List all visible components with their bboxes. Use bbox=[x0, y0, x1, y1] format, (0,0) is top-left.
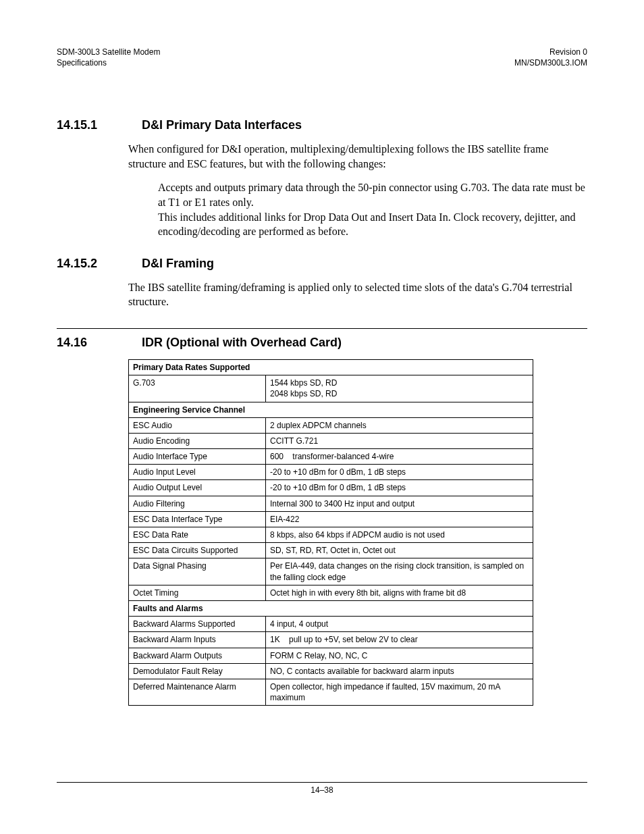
page: SDM-300L3 Satellite Modem Specifications… bbox=[0, 0, 644, 834]
value-line: 2048 kbps SD, RD bbox=[270, 388, 529, 399]
value-line: 1544 kbps SD, RD bbox=[270, 377, 529, 388]
table-cell-label: ESC Data Interface Type bbox=[129, 511, 266, 527]
page-number: 14–38 bbox=[57, 785, 587, 795]
section-rule bbox=[57, 328, 587, 329]
table-cell-value: 4 input, 4 output bbox=[266, 617, 533, 632]
header-right-line2: MN/SDM300L3.IOM bbox=[514, 58, 587, 69]
paragraph: This includes additional links for Drop … bbox=[158, 210, 587, 239]
table-cell-label: Audio Filtering bbox=[129, 496, 266, 511]
table-cell-label: Audio Interface Type bbox=[129, 449, 266, 465]
table-cell-value: Open collector, high impedance if faulte… bbox=[266, 679, 533, 705]
table-row: Audio Output Level -20 to +10 dBm for 0 … bbox=[129, 480, 533, 496]
table-subheader: Primary Data Rates Supported bbox=[129, 359, 533, 375]
table-cell-value: 1544 kbps SD, RD 2048 kbps SD, RD bbox=[266, 375, 533, 402]
table-cell-value: -20 to +10 dBm for 0 dBm, 1 dB steps bbox=[266, 465, 533, 480]
table-subheader: Engineering Service Channel bbox=[129, 402, 533, 417]
paragraph: Accepts and outputs primary data through… bbox=[158, 180, 587, 209]
table-cell-value: SD, ST, RD, RT, Octet in, Octet out bbox=[266, 543, 533, 558]
table-subheader: Faults and Alarms bbox=[129, 600, 533, 616]
table-cell-label: Demodulator Fault Relay bbox=[129, 663, 266, 679]
table-row: ESC Data Interface Type EIA-422 bbox=[129, 511, 533, 527]
table-row: ESC Data Rate 8 kbps, also 64 kbps if AD… bbox=[129, 527, 533, 543]
table-cell-label: Deferred Maintenance Alarm bbox=[129, 679, 266, 705]
page-footer: 14–38 bbox=[57, 782, 587, 795]
section-title: IDR (Optional with Overhead Card) bbox=[142, 336, 342, 350]
table-row: Octet Timing Octet high in with every 8t… bbox=[129, 585, 533, 600]
section-number: 14.16 bbox=[57, 336, 111, 350]
header-right-line1: Revision 0 bbox=[514, 47, 587, 58]
table-cell-label: Backward Alarm Inputs bbox=[129, 632, 266, 648]
section-number: 14.15.2 bbox=[57, 257, 111, 271]
table-cell-label: Audio Input Level bbox=[129, 465, 266, 480]
table-cell-label: ESC Audio bbox=[129, 417, 266, 433]
table-cell-label: ESC Data Rate bbox=[129, 527, 266, 543]
section-body: The IBS satellite framing/deframing is a… bbox=[128, 280, 587, 309]
paragraph: The IBS satellite framing/deframing is a… bbox=[128, 280, 587, 309]
indented-block: Accepts and outputs primary data through… bbox=[158, 180, 587, 238]
table-cell-label: Backward Alarm Outputs bbox=[129, 648, 266, 663]
table-cell-value: 2 duplex ADPCM channels bbox=[266, 417, 533, 433]
table-cell-value: EIA-422 bbox=[266, 511, 533, 527]
table-row: G.703 1544 kbps SD, RD 2048 kbps SD, RD bbox=[129, 375, 533, 402]
table-cell-label: G.703 bbox=[129, 375, 266, 402]
running-header: SDM-300L3 Satellite Modem Specifications… bbox=[57, 47, 587, 68]
table-subheader-row: Engineering Service Channel bbox=[129, 402, 533, 417]
table-row: Backward Alarm Inputs 1K pull up to +5V,… bbox=[129, 632, 533, 648]
table-cell-value: -20 to +10 dBm for 0 dBm, 1 dB steps bbox=[266, 480, 533, 496]
table-row: Audio Interface Type 600 transformer-bal… bbox=[129, 449, 533, 465]
table-subheader-row: Faults and Alarms bbox=[129, 600, 533, 616]
table-row: Audio Input Level -20 to +10 dBm for 0 d… bbox=[129, 465, 533, 480]
table-cell-label: ESC Data Circuits Supported bbox=[129, 543, 266, 558]
table-cell-value: Octet high in with every 8th bit, aligns… bbox=[266, 585, 533, 600]
spec-table: Primary Data Rates Supported G.703 1544 … bbox=[128, 359, 533, 706]
table-row: Data Signal Phasing Per EIA-449, data ch… bbox=[129, 558, 533, 585]
table-row: Deferred Maintenance Alarm Open collecto… bbox=[129, 679, 533, 705]
table-cell-value: 1K pull up to +5V, set below 2V to clear bbox=[266, 632, 533, 648]
table-row: Audio Encoding CCITT G.721 bbox=[129, 433, 533, 448]
table-cell-label: Data Signal Phasing bbox=[129, 558, 266, 585]
table-row: ESC Audio 2 duplex ADPCM channels bbox=[129, 417, 533, 433]
table-cell-value: Per EIA-449, data changes on the rising … bbox=[266, 558, 533, 585]
table-row: Backward Alarms Supported 4 input, 4 out… bbox=[129, 617, 533, 632]
section-di-framing: 14.15.2 D&I Framing The IBS satellite fr… bbox=[57, 257, 587, 309]
table-row: ESC Data Circuits Supported SD, ST, RD, … bbox=[129, 543, 533, 558]
header-left-line1: SDM-300L3 Satellite Modem bbox=[57, 47, 160, 58]
table-row: Audio Filtering Internal 300 to 3400 Hz … bbox=[129, 496, 533, 511]
header-left-line2: Specifications bbox=[57, 58, 160, 69]
section-di-primary: 14.15.1 D&I Primary Data Interfaces When… bbox=[57, 118, 587, 239]
table-cell-label: Backward Alarms Supported bbox=[129, 617, 266, 632]
section-heading: 14.15.1 D&I Primary Data Interfaces bbox=[57, 118, 587, 132]
table-cell-value: 600 transformer-balanced 4-wire bbox=[266, 449, 533, 465]
table-cell-value: NO, C contacts available for backward al… bbox=[266, 663, 533, 679]
section-heading: 14.15.2 D&I Framing bbox=[57, 257, 587, 271]
table-cell-label: Audio Encoding bbox=[129, 433, 266, 448]
paragraph: When configured for D&I operation, multi… bbox=[128, 142, 587, 171]
table-cell-label: Octet Timing bbox=[129, 585, 266, 600]
table-row: Backward Alarm Outputs FORM C Relay, NO,… bbox=[129, 648, 533, 663]
footer-rule bbox=[57, 782, 587, 783]
running-header-right: Revision 0 MN/SDM300L3.IOM bbox=[514, 47, 587, 68]
table-cell-value: 8 kbps, also 64 kbps if ADPCM audio is n… bbox=[266, 527, 533, 543]
section-idr: 14.16 IDR (Optional with Overhead Card) bbox=[57, 336, 587, 350]
section-body: When configured for D&I operation, multi… bbox=[128, 142, 587, 239]
section-title: D&I Primary Data Interfaces bbox=[142, 118, 302, 132]
running-header-left: SDM-300L3 Satellite Modem Specifications bbox=[57, 47, 160, 68]
table-subheader-row: Primary Data Rates Supported bbox=[129, 359, 533, 375]
section-heading: 14.16 IDR (Optional with Overhead Card) bbox=[57, 336, 587, 350]
section-title: D&I Framing bbox=[142, 257, 214, 271]
section-number: 14.15.1 bbox=[57, 118, 111, 132]
table-row: Demodulator Fault Relay NO, C contacts a… bbox=[129, 663, 533, 679]
table-cell-value: FORM C Relay, NO, NC, C bbox=[266, 648, 533, 663]
table-cell-value: Internal 300 to 3400 Hz input and output bbox=[266, 496, 533, 511]
table-cell-label: Audio Output Level bbox=[129, 480, 266, 496]
table-cell-value: CCITT G.721 bbox=[266, 433, 533, 448]
